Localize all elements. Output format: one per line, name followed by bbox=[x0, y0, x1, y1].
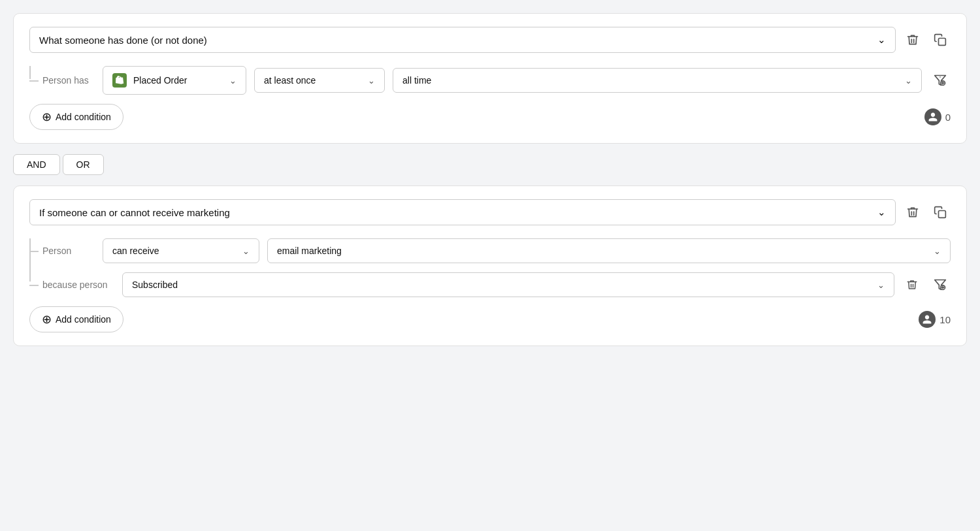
svg-rect-0 bbox=[939, 39, 946, 46]
card2-main-dropdown[interactable]: If someone can or cannot receive marketi… bbox=[29, 199, 896, 225]
card2-add-condition-button[interactable]: ⊕ Add condition bbox=[29, 306, 123, 332]
and-button[interactable]: AND bbox=[13, 154, 60, 175]
card1-time-label: all time bbox=[402, 75, 431, 86]
card2-can-receive-dropdown[interactable]: can receive ⌄ bbox=[103, 238, 259, 263]
card1-time-chevron: ⌄ bbox=[905, 76, 912, 86]
svg-rect-6 bbox=[939, 211, 946, 218]
card2-add-icon: ⊕ bbox=[42, 312, 52, 327]
card1-main-dropdown-chevron: ⌄ bbox=[877, 34, 886, 46]
card1-delete-button[interactable] bbox=[902, 29, 923, 50]
card1-frequency-dropdown[interactable]: at least once ⌄ bbox=[254, 68, 385, 93]
copy-icon bbox=[934, 33, 947, 46]
card2-because-row: because person Subscribed ⌄ bbox=[42, 272, 951, 297]
card1-event-chevron: ⌄ bbox=[229, 76, 237, 86]
shopify-icon bbox=[112, 73, 127, 88]
card-1: What someone has done (or not done) ⌄ Pe… bbox=[13, 13, 967, 144]
card2-can-receive-chevron: ⌄ bbox=[242, 246, 250, 256]
card1-frequency-label: at least once bbox=[264, 75, 316, 86]
card2-email-marketing-label: email marketing bbox=[277, 246, 342, 256]
card1-conditions: Person has Placed Order ⌄ at least once … bbox=[29, 66, 951, 95]
card1-person-has-label: Person has bbox=[42, 75, 95, 86]
filter-icon bbox=[934, 74, 947, 87]
card1-filter-button[interactable] bbox=[930, 70, 951, 91]
card2-person-row: Person can receive ⌄ email marketing ⌄ bbox=[42, 238, 951, 263]
copy-icon bbox=[934, 206, 947, 219]
and-or-row: AND OR bbox=[13, 154, 967, 175]
card2-vert-line bbox=[29, 238, 31, 282]
card2-add-condition-label: Add condition bbox=[56, 314, 111, 325]
card2-subscribed-filter-button[interactable] bbox=[930, 274, 951, 295]
card2-bottom-row: ⊕ Add condition 10 bbox=[29, 306, 951, 332]
card2-subscribed-delete-button[interactable] bbox=[902, 275, 922, 295]
card1-frequency-chevron: ⌄ bbox=[368, 76, 375, 86]
card2-delete-button[interactable] bbox=[902, 202, 923, 223]
card1-top-row: What someone has done (or not done) ⌄ bbox=[29, 27, 951, 53]
card1-event-dropdown-inner: Placed Order bbox=[112, 73, 187, 88]
card2-email-marketing-chevron: ⌄ bbox=[934, 246, 941, 256]
card2-user-count: 10 bbox=[919, 311, 951, 328]
card1-event-label: Placed Order bbox=[133, 75, 187, 86]
card1-vert-line bbox=[29, 66, 31, 79]
card2-subscribed-dropdown[interactable]: Subscribed ⌄ bbox=[122, 272, 894, 297]
trash-icon bbox=[906, 206, 919, 219]
card-2: If someone can or cannot receive marketi… bbox=[13, 185, 967, 346]
card1-condition-row: Person has Placed Order ⌄ at least once … bbox=[42, 66, 951, 95]
card2-main-dropdown-chevron: ⌄ bbox=[877, 206, 886, 218]
card2-subscribed-chevron: ⌄ bbox=[877, 280, 885, 290]
card2-email-marketing-dropdown[interactable]: email marketing ⌄ bbox=[267, 238, 951, 263]
or-button[interactable]: OR bbox=[63, 154, 104, 175]
card1-event-dropdown[interactable]: Placed Order ⌄ bbox=[103, 66, 246, 95]
card2-copy-button[interactable] bbox=[930, 202, 951, 223]
card1-add-condition-label: Add condition bbox=[56, 112, 111, 122]
card1-user-icon bbox=[924, 108, 941, 125]
card1-count: 0 bbox=[945, 112, 951, 123]
card1-add-condition-button[interactable]: ⊕ Add condition bbox=[29, 104, 123, 130]
card1-time-dropdown[interactable]: all time ⌄ bbox=[393, 68, 922, 93]
card2-can-receive-label: can receive bbox=[112, 246, 159, 256]
card1-user-count: 0 bbox=[924, 108, 951, 125]
card2-person-label: Person bbox=[42, 246, 95, 256]
card1-main-dropdown[interactable]: What someone has done (or not done) ⌄ bbox=[29, 27, 896, 53]
card1-main-dropdown-label: What someone has done (or not done) bbox=[39, 35, 207, 46]
card2-conditions: Person can receive ⌄ email marketing ⌄ b… bbox=[29, 238, 951, 297]
card2-because-label: because person bbox=[42, 280, 114, 290]
card2-user-icon bbox=[919, 311, 936, 328]
card1-copy-button[interactable] bbox=[930, 29, 951, 50]
card2-subscribed-label: Subscribed bbox=[132, 280, 178, 290]
card1-add-icon: ⊕ bbox=[42, 110, 52, 124]
card2-top-row: If someone can or cannot receive marketi… bbox=[29, 199, 951, 225]
card2-count: 10 bbox=[939, 314, 951, 325]
trash-icon bbox=[906, 279, 918, 291]
card1-bottom-row: ⊕ Add condition 0 bbox=[29, 104, 951, 130]
trash-icon bbox=[906, 33, 919, 46]
card2-main-dropdown-label: If someone can or cannot receive marketi… bbox=[39, 207, 230, 218]
filter-add-icon bbox=[934, 278, 947, 291]
